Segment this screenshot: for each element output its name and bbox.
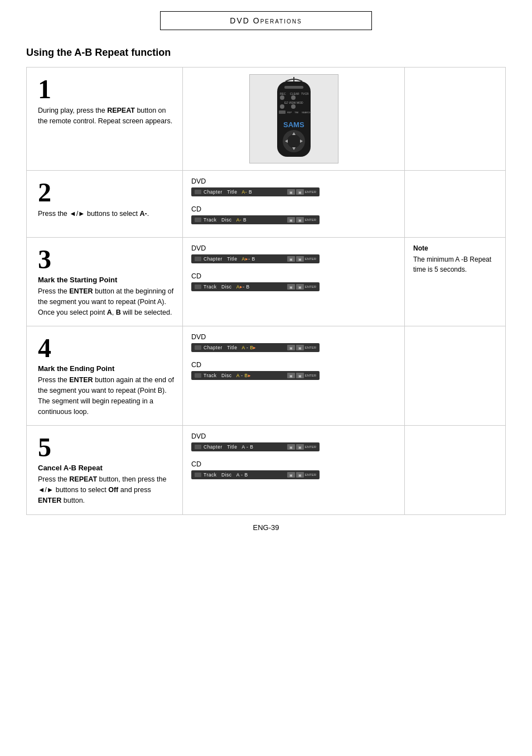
svg-text:SAMS: SAMS [283,121,304,129]
osd-icon-dvd-4 [195,345,201,350]
step-subtitle-4: Mark the Ending Point [38,364,174,373]
step-number-2: 2 [38,179,174,206]
osd-text-dvd-3: Chapter Title A▸- B [204,256,285,262]
dvd-label-3: DVD [191,244,396,252]
step-left-3: 3 Mark the Starting Point Press the ENTE… [27,238,183,326]
note-label-3: Note [413,244,497,252]
osd-controls-cd-4: ▣ ▣ ENTER [287,373,316,378]
osd-enter-cd4: ENTER [305,373,316,378]
osd-icon-dvd-3 [195,257,201,261]
step-number-5: 5 [38,434,174,461]
osd-ctrl-btn-cd-2: ▣ [296,217,304,223]
osd-controls-dvd-5: ▣ ▣ ENTER [287,444,316,450]
osd-icon-cd-4 [195,373,201,378]
osd-ctrl-cd5-2: ▣ [296,472,304,478]
step-row-1: 1 During play, press the REPEAT button o… [27,68,505,171]
osd-text-cd-4: Track Disc A - B▸ [204,373,285,378]
osd-enter-dvd3: ENTER [305,256,316,262]
osd-ctrl-cd5-1: ▣ [287,472,295,478]
step-left-2: 2 Press the ◄/► buttons to select A-. [27,171,183,237]
svg-point-11 [291,104,296,109]
step-middle-2: DVD Chapter Title A- B ▣ ▣ ENTER CD Trac… [183,171,405,237]
osd-text-dvd-2: Chapter Title A- B [204,189,285,195]
osd-text-dvd-5: Chapter Title A - B [204,444,285,450]
osd-ctrl-dvd3-2: ▣ [296,256,304,262]
remote-illustration: REC CLEAR TVCR EZ VIEW MOD [269,77,319,161]
step-number-4: 4 [38,335,174,362]
svg-text:EZ VIEW: EZ VIEW [284,101,296,104]
step-text-1: During play, press the REPEAT button on … [38,105,174,127]
svg-rect-12 [279,110,286,114]
osd-cd-3: Track Disc A▸- B ▣ ▣ ENTER [191,282,320,291]
step-left-5: 5 Cancel A-B Repeat Press the REPEAT but… [27,426,183,514]
osd-ctrl-cd3-2: ▣ [296,284,304,290]
osd-icon-dvd-5 [195,445,201,449]
dvd-label-5: DVD [191,432,396,440]
step-middle-4: DVD Chapter Title A - B▸ ▣ ▣ ENTER CD Tr… [183,326,405,425]
osd-controls-dvd-2: ▣ ▣ ENTER [287,189,316,195]
osd-text-cd-2: Track Disc A- B [204,217,285,223]
osd-ctrl-dvd5-2: ▣ [296,444,304,450]
step-right-5 [405,426,505,514]
step-right-1 [405,68,505,170]
osd-icon-cd-2 [195,218,201,222]
step-subtitle-5: Cancel A-B Repeat [38,464,174,472]
osd-ctrl-btn-cd-1: ▣ [287,217,295,223]
osd-controls-cd-2: ▣ ▣ ENTER [287,217,316,223]
osd-enter-cd: ENTER [305,217,316,223]
osd-icon-cd-5 [195,473,201,477]
osd-controls-dvd-4: ▣ ▣ ENTER [287,345,316,350]
svg-text:CLEAR: CLEAR [290,92,299,95]
osd-ctrl-dvd4-2: ▣ [296,345,304,350]
step-number-1: 1 [38,76,174,103]
step-middle-5: DVD Chapter Title A - B ▣ ▣ ENTER CD Tra… [183,426,405,514]
step-text-4: Press the ENTER button again at the end … [38,375,174,417]
svg-text:TVCR: TVCR [301,92,309,95]
osd-controls-cd-3: ▣ ▣ ENTER [287,284,316,290]
svg-rect-2 [284,86,303,89]
header-title: DVD Operations [172,16,360,25]
step-right-3: Note The minimum A -B Repeat time is 5 s… [405,238,505,326]
section-title: Using the A-B Repeat function [26,47,506,59]
osd-icon-dvd-2 [195,190,201,194]
cd-label-4: CD [191,361,396,369]
osd-controls-dvd-3: ▣ ▣ ENTER [287,256,316,262]
osd-ctrl-cd4-1: ▣ [287,373,295,378]
svg-point-7 [291,95,296,100]
svg-point-18 [287,134,301,148]
osd-enter-dvd5: ENTER [305,444,316,450]
steps-container: 1 During play, press the REPEAT button o… [26,67,506,515]
step-row-4: 4 Mark the Ending Point Press the ENTER … [27,326,505,426]
osd-enter-label: ENTER [305,189,316,195]
cd-label-5: CD [191,460,396,468]
page-number: ENG-39 [26,523,506,532]
step-number-3: 3 [38,246,174,273]
step-left-1: 1 During play, press the REPEAT button o… [27,68,183,170]
step-row-5: 5 Cancel A-B Repeat Press the REPEAT but… [27,426,505,514]
header-box: DVD Operations [160,11,372,30]
step-row-2: 2 Press the ◄/► buttons to select A-. DV… [27,171,505,238]
step-right-2 [405,171,505,237]
osd-dvd-3: Chapter Title A▸- B ▣ ▣ ENTER [191,254,320,263]
cd-label-2: CD [191,205,396,213]
osd-text-dvd-4: Chapter Title A - B▸ [204,345,285,350]
osd-cd-4: Track Disc A - B▸ ▣ ▣ ENTER [191,371,320,380]
svg-text:TIM: TIM [294,111,298,114]
header-dvd: DVD Operations [230,16,302,25]
osd-ctrl-dvd3-1: ▣ [287,256,295,262]
osd-ctrl-btn-1: ▣ [287,189,295,195]
step-subtitle-3: Mark the Starting Point [38,276,174,284]
svg-text:MOD: MOD [297,101,303,104]
note-text-3: The minimum A -B Repeat time is 5 second… [413,254,497,275]
osd-enter-cd3: ENTER [305,284,316,290]
step-left-4: 4 Mark the Ending Point Press the ENTER … [27,326,183,425]
osd-enter-cd5: ENTER [305,472,316,478]
page-wrapper: DVD Operations Using the A-B Repeat func… [26,11,506,532]
osd-enter-dvd4: ENTER [305,345,316,350]
step-middle-1: REC CLEAR TVCR EZ VIEW MOD [183,68,405,170]
osd-dvd-4: Chapter Title A - B▸ ▣ ▣ ENTER [191,343,320,352]
osd-controls-cd-5: ▣ ▣ ENTER [287,472,316,478]
step-right-4 [405,326,505,425]
osd-ctrl-dvd5-1: ▣ [287,444,295,450]
osd-ctrl-btn-2: ▣ [296,189,304,195]
